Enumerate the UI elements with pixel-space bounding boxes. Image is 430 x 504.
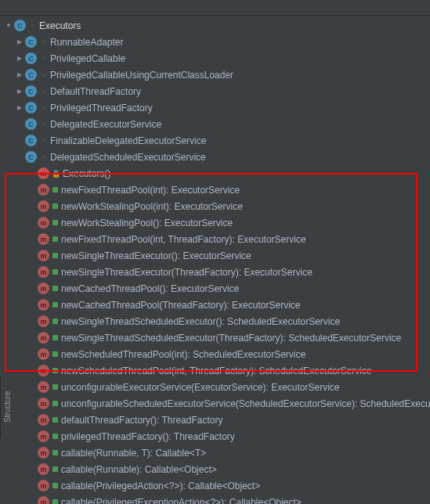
class-icon <box>25 52 37 64</box>
visibility-icon <box>40 104 47 111</box>
toolbar <box>0 0 430 16</box>
constructor-item[interactable]: Executors() <box>0 165 430 182</box>
visibility-icon <box>40 121 47 128</box>
public-icon <box>52 253 58 258</box>
method-icon <box>38 398 49 409</box>
method-item[interactable]: callable(Runnable, T): Callable<T> <box>0 445 430 461</box>
class-icon <box>14 20 26 31</box>
method-item[interactable]: newSingleThreadScheduledExecutor(): Sche… <box>0 313 430 329</box>
spacer <box>27 234 38 245</box>
class-item[interactable]: PrivilegedCallable <box>0 50 430 67</box>
class-item[interactable]: FinalizableDelegatedExecutorService <box>0 132 430 149</box>
class-item[interactable]: RunnableAdapter <box>0 34 430 50</box>
public-icon <box>52 203 58 209</box>
public-icon <box>52 384 58 390</box>
method-label: newCachedThreadPool(ThreadFactory): Exec… <box>61 300 300 311</box>
method-icon <box>38 266 49 278</box>
expand-icon[interactable] <box>14 103 25 113</box>
side-tab-label: Structure <box>3 391 12 423</box>
method-item[interactable]: callable(PrivilegedAction<?>): Callable<… <box>0 477 430 494</box>
method-label: newWorkStealingPool(): ExecutorService <box>61 218 233 229</box>
class-item[interactable]: PrivilegedThreadFactory <box>0 99 430 116</box>
method-label: newCachedThreadPool(): ExecutorService <box>61 283 239 294</box>
method-label: callable(PrivilegedExceptionAction<?>): … <box>61 497 302 505</box>
spacer <box>27 398 38 409</box>
expand-icon[interactable] <box>14 86 25 97</box>
method-item[interactable]: newCachedThreadPool(ThreadFactory): Exec… <box>0 297 430 313</box>
public-icon <box>52 286 58 291</box>
public-icon <box>52 236 58 242</box>
expand-icon[interactable] <box>14 70 25 81</box>
method-item[interactable]: newFixedThreadPool(int, ThreadFactory): … <box>0 231 430 247</box>
method-item[interactable]: callable(PrivilegedExceptionAction<?>): … <box>0 494 430 504</box>
method-label: newFixedThreadPool(int): ExecutorService <box>61 185 240 196</box>
public-icon <box>52 319 58 324</box>
method-item[interactable]: newFixedThreadPool(int): ExecutorService <box>0 182 430 198</box>
spacer <box>27 349 38 360</box>
class-item[interactable]: DefaultThreadFactory <box>0 83 430 99</box>
spacer <box>27 481 38 491</box>
visibility-icon <box>40 88 47 95</box>
expand-icon[interactable] <box>14 37 25 48</box>
expand-icon[interactable] <box>14 53 25 64</box>
method-item[interactable]: newSingleThreadExecutor(): ExecutorServi… <box>0 247 430 264</box>
method-label: callable(Runnable, T): Callable<T> <box>61 448 206 459</box>
method-item[interactable]: newScheduledThreadPool(int, ThreadFactor… <box>0 362 430 379</box>
class-label: DefaultThreadFactory <box>50 86 141 97</box>
method-item[interactable]: newCachedThreadPool(): ExecutorService <box>0 280 430 297</box>
spacer <box>27 283 38 294</box>
method-label: privilegedThreadFactory(): ThreadFactory <box>61 431 235 442</box>
toolbar-icon-1[interactable] <box>3 2 16 14</box>
method-icon <box>38 463 49 475</box>
class-icon <box>25 85 37 97</box>
public-icon <box>52 269 58 275</box>
method-item[interactable]: defaultThreadFactory(): ThreadFactory <box>0 412 430 428</box>
method-icon <box>38 167 49 179</box>
structure-side-tab[interactable]: Structure <box>0 376 14 438</box>
method-icon <box>38 184 49 196</box>
method-item[interactable]: newWorkStealingPool(): ExecutorService <box>0 214 430 231</box>
constructor-label: Executors() <box>63 168 110 179</box>
method-icon <box>38 365 49 376</box>
method-item[interactable]: unconfigurableExecutorService(ExecutorSe… <box>0 379 430 395</box>
public-icon <box>52 483 58 488</box>
method-icon <box>38 200 49 212</box>
public-icon <box>52 220 58 225</box>
method-label: newSingleThreadExecutor(): ExecutorServi… <box>61 250 251 261</box>
method-item[interactable]: privilegedThreadFactory(): ThreadFactory <box>0 428 430 445</box>
method-item[interactable]: unconfigurableScheduledExecutorService(S… <box>0 395 430 412</box>
class-label: FinalizableDelegatedExecutorService <box>50 135 206 146</box>
method-label: callable(Runnable): Callable<Object> <box>61 464 217 475</box>
method-item[interactable]: callable(Runnable): Callable<Object> <box>0 461 430 477</box>
expand-icon[interactable] <box>3 20 14 31</box>
method-label: newScheduledThreadPool(int, ThreadFactor… <box>61 365 372 376</box>
method-item[interactable]: newSingleThreadScheduledExecutor(ThreadF… <box>0 329 430 346</box>
method-icon <box>38 217 49 229</box>
class-item[interactable]: PrivilegedCallableUsingCurrentClassLoade… <box>0 67 430 83</box>
method-label: newSingleThreadExecutor(ThreadFactory): … <box>61 267 313 278</box>
method-item[interactable]: newWorkStealingPool(int): ExecutorServic… <box>0 198 430 214</box>
visibility-icon <box>40 55 47 62</box>
spacer <box>27 316 38 327</box>
visibility-icon <box>40 137 47 144</box>
method-label: newFixedThreadPool(int, ThreadFactory): … <box>61 234 306 245</box>
spacer <box>14 135 25 146</box>
spacer <box>27 333 38 344</box>
public-icon <box>52 368 58 373</box>
method-label: newScheduledThreadPool(int): ScheduledEx… <box>61 349 305 360</box>
method-icon <box>38 480 49 491</box>
method-label: newSingleThreadScheduledExecutor(): Sche… <box>61 316 340 327</box>
tree-root-executors[interactable]: Executors <box>0 17 430 34</box>
public-icon <box>52 434 58 439</box>
method-icon <box>38 315 49 327</box>
method-label: defaultThreadFactory(): ThreadFactory <box>61 415 223 426</box>
method-item[interactable]: newScheduledThreadPool(int): ScheduledEx… <box>0 346 430 362</box>
class-label: PrivilegedThreadFactory <box>50 103 153 113</box>
method-icon <box>38 283 49 294</box>
class-icon <box>25 151 37 163</box>
class-item[interactable]: DelegatedExecutorService <box>0 116 430 132</box>
public-icon <box>52 351 58 357</box>
class-icon <box>25 118 37 130</box>
method-item[interactable]: newSingleThreadExecutor(ThreadFactory): … <box>0 264 430 280</box>
class-item[interactable]: DelegatedScheduledExecutorService <box>0 149 430 165</box>
